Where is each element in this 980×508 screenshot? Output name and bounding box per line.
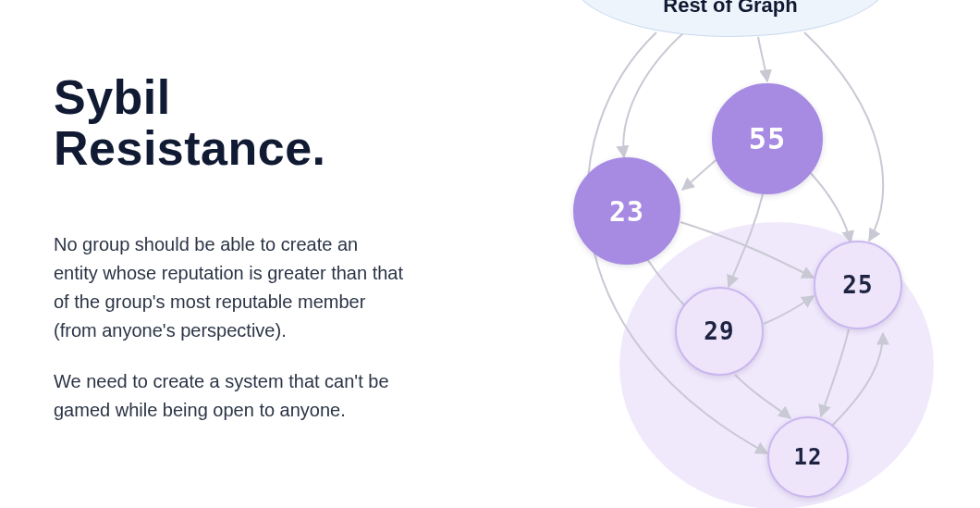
root-node-label: Rest of Graph — [663, 0, 797, 18]
node-29: 29 — [675, 287, 764, 376]
node-25: 25 — [814, 241, 902, 329]
root-node: Rest of Graph — [573, 0, 888, 37]
node-55-value: 55 — [749, 121, 787, 156]
slide: Sybil Resistance. No group should be abl… — [0, 0, 980, 508]
title-line-1: Sybil — [54, 70, 171, 124]
graph-diagram: Rest of Graph 55 23 25 29 12 — [499, 0, 980, 508]
node-12-value: 12 — [794, 444, 823, 470]
node-23-value: 23 — [609, 195, 644, 228]
node-23: 23 — [573, 157, 680, 265]
node-55: 55 — [712, 83, 823, 194]
page-title: Sybil Resistance. — [54, 72, 442, 173]
title-line-2: Resistance. — [54, 123, 326, 174]
paragraph-2: We need to create a system that can't be… — [54, 367, 405, 425]
text-column: Sybil Resistance. No group should be abl… — [54, 72, 442, 425]
node-12: 12 — [767, 416, 849, 498]
body-text: No group should be able to create an ent… — [54, 230, 405, 425]
paragraph-1: No group should be able to create an ent… — [54, 230, 405, 345]
node-29-value: 29 — [704, 317, 734, 345]
node-25-value: 25 — [842, 271, 873, 299]
